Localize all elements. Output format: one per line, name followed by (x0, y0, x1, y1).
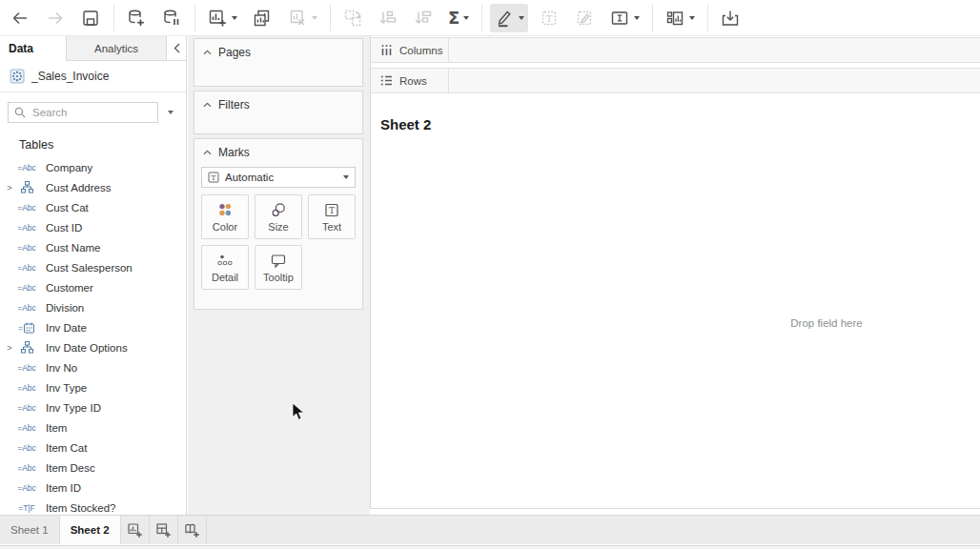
new-worksheet-button[interactable] (121, 516, 150, 544)
sort-descending-icon[interactable] (409, 4, 438, 32)
new-story-button[interactable] (178, 516, 207, 544)
field-row[interactable]: >Cust Address (0, 177, 186, 197)
tab-analytics[interactable]: Analytics (67, 36, 167, 61)
search-placeholder: Search (32, 107, 67, 118)
swap-rows-columns-icon[interactable] (338, 4, 367, 32)
download-icon[interactable] (716, 4, 745, 32)
shelves-column: Pages Filters Marks T Automatic Color Si… (188, 36, 370, 515)
collapse-chevron-icon[interactable] (203, 50, 212, 55)
columns-shelf-dropzone[interactable] (449, 38, 980, 62)
show-me-icon[interactable] (661, 4, 699, 32)
field-label: Inv Type ID (46, 402, 101, 414)
collapse-chevron-icon[interactable] (203, 150, 212, 155)
field-row[interactable]: =AbcCompany (0, 157, 186, 177)
field-row[interactable]: =Inv Date (0, 317, 186, 337)
undo-back-icon[interactable] (6, 4, 34, 32)
field-row[interactable]: =AbcItem ID (0, 478, 186, 498)
color-button[interactable]: Color (201, 194, 249, 239)
fit-view-icon[interactable] (605, 4, 643, 32)
tab-data[interactable]: Data (0, 36, 67, 61)
calc-string-icon: =Abc (14, 163, 39, 173)
expand-chevron-icon[interactable]: > (5, 343, 14, 353)
calc-string-icon: =Abc (14, 283, 39, 293)
field-row[interactable]: =AbcInv Type ID (0, 397, 186, 417)
new-dashboard-icon (155, 522, 172, 539)
field-label: Inv No (46, 362, 77, 374)
totals-icon[interactable]: Σ (444, 4, 473, 32)
search-input[interactable]: Search (8, 102, 158, 123)
hierarchy-icon (14, 181, 39, 193)
field-row[interactable]: =AbcInv Type (0, 377, 186, 397)
size-button[interactable]: Size (255, 194, 302, 239)
dropdown-caret-icon[interactable] (312, 16, 317, 20)
mark-type-dropdown[interactable]: T Automatic (201, 167, 356, 188)
duplicate-sheet-icon[interactable] (248, 4, 276, 32)
field-label: Item Cat (46, 442, 87, 454)
dropdown-caret-icon[interactable] (689, 16, 695, 20)
collapse-pane-button[interactable] (167, 36, 186, 61)
rows-shelf-dropzone[interactable] (449, 69, 980, 92)
dropdown-caret-icon[interactable] (343, 175, 349, 179)
search-options-caret-icon[interactable] (168, 111, 174, 114)
field-row[interactable]: =AbcCust ID (0, 217, 186, 237)
tab-sheet-2[interactable]: Sheet 2 (60, 516, 121, 544)
field-row[interactable]: =AbcCustomer (0, 277, 186, 297)
sheet-1-label: Sheet 1 (10, 524, 49, 536)
clear-sheet-icon[interactable] (283, 4, 321, 32)
field-row[interactable]: =AbcItem Cat (0, 437, 186, 458)
field-label: Company (46, 162, 92, 173)
new-data-source-icon[interactable] (122, 4, 151, 32)
pages-card[interactable]: Pages (194, 38, 363, 87)
new-worksheet-icon[interactable] (203, 4, 241, 32)
hierarchy-icon (14, 341, 39, 354)
drop-field-hint[interactable]: Drop field here (790, 317, 862, 329)
highlight-icon[interactable] (490, 4, 528, 32)
detail-icon (216, 253, 234, 269)
size-label: Size (268, 221, 288, 233)
redo-forward-icon[interactable] (41, 4, 70, 32)
dropdown-caret-icon[interactable] (232, 16, 237, 20)
save-icon[interactable] (76, 4, 105, 32)
field-row[interactable]: =AbcInv No (0, 357, 186, 377)
text-button[interactable]: T Text (308, 194, 356, 239)
new-dashboard-button[interactable] (150, 516, 178, 544)
field-row[interactable]: =AbcCust Cat (0, 197, 186, 217)
field-label: Item Desc (46, 462, 95, 474)
calc-bool-icon: =T|F (14, 503, 39, 513)
detail-label: Detail (212, 272, 238, 283)
field-row[interactable]: =AbcItem Desc (0, 458, 186, 478)
pause-auto-updates-icon[interactable] (157, 4, 186, 32)
field-row[interactable]: =AbcItem (0, 417, 186, 437)
svg-text:T: T (211, 173, 216, 182)
datasource-row[interactable]: _Sales_Invoice (0, 61, 186, 92)
field-row[interactable]: =AbcDivision (0, 297, 186, 317)
tab-data-label: Data (9, 42, 33, 55)
filters-card[interactable]: Filters (194, 91, 363, 134)
text-mark-icon: T (208, 172, 219, 183)
field-label: Item (46, 422, 67, 434)
field-row[interactable]: =AbcCust Name (0, 237, 186, 257)
calc-string-icon: =Abc (14, 423, 39, 433)
dropdown-caret-icon[interactable] (634, 16, 640, 20)
toolbar-separator (652, 5, 653, 31)
tooltip-button[interactable]: Tooltip (255, 245, 302, 290)
columns-label-text: Columns (399, 45, 442, 56)
columns-shelf: Columns (371, 37, 980, 63)
expand-chevron-icon[interactable]: > (5, 183, 14, 193)
collapse-chevron-icon[interactable] (203, 102, 212, 108)
field-label: Customer (46, 282, 93, 294)
detail-button[interactable]: Detail (201, 245, 249, 290)
show-mark-labels-icon[interactable]: T (535, 4, 563, 32)
dropdown-caret-icon[interactable] (463, 16, 469, 20)
tab-sheet-1[interactable]: Sheet 1 (0, 516, 60, 544)
field-row[interactable]: >Inv Date Options (0, 337, 186, 357)
field-row[interactable]: =T|FItem Stocked? (0, 498, 186, 515)
dropdown-caret-icon[interactable] (519, 16, 524, 20)
calc-string-icon: =Abc (14, 463, 39, 473)
field-row[interactable]: =AbcCust Salesperson (0, 257, 186, 277)
format-icon[interactable] (570, 4, 599, 32)
datasource-label: _Sales_Invoice (31, 70, 109, 83)
calc-string-icon: =Abc (14, 263, 39, 273)
toolbar-separator (194, 5, 195, 31)
sort-ascending-icon[interactable] (374, 4, 402, 32)
